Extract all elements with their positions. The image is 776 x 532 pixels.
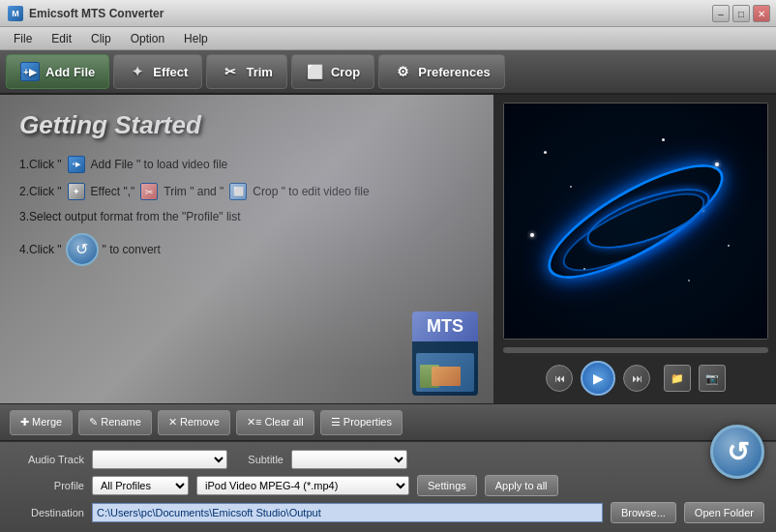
profile-label: Profile: [12, 480, 84, 491]
subtitle-label: Subtitle: [235, 454, 284, 465]
audio-track-row: Audio Track Subtitle: [12, 450, 764, 469]
effect-button[interactable]: ✦ Effect: [113, 54, 202, 89]
video-preview: [503, 103, 768, 340]
getting-started-title: Getting Started: [19, 110, 474, 140]
effect-icon: ✦: [128, 62, 147, 81]
window-controls: – □ ✕: [712, 5, 770, 22]
video-preview-panel: ⏮ ▶ ⏭ 📁 📷: [495, 95, 776, 403]
progress-bar: [503, 347, 768, 353]
destination-row: Destination Browse... Open Folder: [12, 502, 764, 523]
bottom-settings: Audio Track Subtitle Profile All Profile…: [0, 441, 776, 532]
effect-step-icon: ✦: [68, 183, 85, 200]
step-1: 1.Click " +▶ Add File " to load video fi…: [19, 156, 474, 173]
app-icon: M: [8, 6, 23, 21]
menu-option[interactable]: Option: [121, 30, 174, 47]
title-bar: M Emicsoft MTS Converter – □ ✕: [0, 0, 776, 27]
gear-icon: ⚙: [393, 62, 412, 81]
menu-file[interactable]: File: [4, 30, 42, 47]
crop-step-icon: ⬜: [229, 183, 247, 200]
play-button[interactable]: ▶: [581, 361, 615, 396]
mts-badge: MTS: [412, 311, 478, 396]
fast-forward-button[interactable]: ⏭: [623, 365, 650, 392]
trim-button[interactable]: ✂ Trim: [206, 54, 286, 89]
add-file-icon: +▶: [20, 62, 40, 81]
crop-icon: ⬜: [306, 62, 325, 81]
merge-button[interactable]: ✚ Merge: [10, 410, 73, 435]
folder-button[interactable]: 📁: [664, 365, 691, 392]
browse-button[interactable]: Browse...: [611, 502, 676, 523]
mts-label: MTS: [412, 311, 478, 341]
clear-all-button[interactable]: ✕≡ Clear all: [236, 410, 314, 435]
steps-container: 1.Click " +▶ Add File " to load video fi…: [19, 156, 474, 266]
remove-button[interactable]: ✕ Remove: [158, 410, 230, 435]
apply-to-all-button[interactable]: Apply to all: [485, 475, 558, 496]
menu-clip[interactable]: Clip: [81, 30, 121, 47]
crop-button[interactable]: ⬜ Crop: [291, 54, 374, 89]
playback-controls: ⏮ ▶ ⏭ 📁 📷: [503, 361, 768, 396]
step-2: 2.Click " ✦ Effect "," ✂ Trim " and " ⬜ …: [19, 183, 474, 200]
menu-edit[interactable]: Edit: [42, 30, 81, 47]
menu-bar: File Edit Clip Option Help: [0, 27, 776, 50]
settings-button[interactable]: Settings: [417, 475, 477, 496]
rewind-button[interactable]: ⏮: [546, 365, 573, 392]
convert-step-icon: ↺: [66, 233, 99, 266]
add-file-step-icon: +▶: [68, 156, 85, 173]
destination-input[interactable]: [92, 503, 603, 522]
audio-track-select[interactable]: [92, 450, 227, 469]
trim-icon: ✂: [221, 62, 240, 81]
step-4: 4.Click " ↺ " to convert: [19, 233, 474, 266]
getting-started-panel: Getting Started 1.Click " +▶ Add File " …: [0, 95, 495, 403]
properties-button[interactable]: ☰ Properties: [320, 410, 403, 435]
close-button[interactable]: ✕: [753, 5, 770, 22]
profile-row: Profile All Profiles iPod Video MPEG-4 (…: [12, 475, 764, 496]
maximize-button[interactable]: □: [732, 5, 750, 22]
menu-help[interactable]: Help: [174, 30, 218, 47]
preferences-button[interactable]: ⚙ Preferences: [378, 54, 504, 89]
action-buttons-bar: ✚ Merge ✎ Rename ✕ Remove ✕≡ Clear all ☰…: [0, 404, 776, 441]
profile-select-2[interactable]: iPod Video MPEG-4 (*.mp4): [196, 476, 409, 495]
main-content: Getting Started 1.Click " +▶ Add File " …: [0, 95, 776, 404]
step-3: 3.Select output format from the "Profile…: [19, 210, 474, 223]
minimize-button[interactable]: –: [712, 5, 730, 22]
camera-button[interactable]: 📷: [699, 365, 726, 392]
preview-swirl: [504, 103, 767, 339]
mts-image: [412, 341, 478, 396]
subtitle-select[interactable]: [291, 450, 407, 469]
destination-label: Destination: [12, 507, 84, 518]
open-folder-button[interactable]: Open Folder: [684, 502, 764, 523]
rename-button[interactable]: ✎ Rename: [78, 410, 152, 435]
app-title: Emicsoft MTS Converter: [29, 7, 164, 20]
audio-track-label: Audio Track: [12, 454, 84, 465]
trim-step-icon: ✂: [140, 183, 158, 200]
toolbar: +▶ Add File ✦ Effect ✂ Trim ⬜ Crop ⚙ Pre…: [0, 50, 776, 95]
convert-button-large[interactable]: [710, 425, 764, 479]
profile-select-1[interactable]: All Profiles: [92, 476, 189, 495]
add-file-button[interactable]: +▶ Add File: [6, 54, 109, 89]
